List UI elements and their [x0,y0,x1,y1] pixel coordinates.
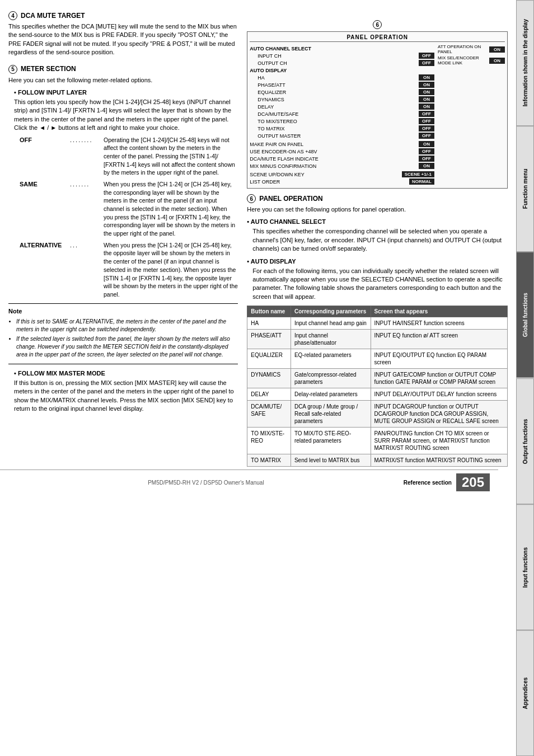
panel-dca-mute-flash-row: DCA/MUTE FLASH INDICATE OFF [250,156,434,162]
cell-screen-appears: INPUT GATE/COMP function or OUTPUT COMP … [371,369,507,388]
two-col-layout: 4 DCA MUTE TARGET This specifies whether… [8,11,508,475]
sidebar-tab-info-display[interactable]: Information shown in the display [516,0,534,126]
panel-att-operation-val[interactable]: ON [489,46,505,53]
table-row: EQUALIZER EQ-related parameters INPUT EQ… [247,349,508,369]
panel-phase-att-val[interactable]: ON [419,82,434,88]
panel-output-ch-row: OUTPUT CH OFF [257,60,434,66]
panel-diagram: PANEL OPERATION AUTO CHANNEL SELECT INPU… [247,31,508,189]
panel-output-ch-label: OUTPUT CH [257,60,419,66]
panel-dynamics-val[interactable]: ON [419,96,434,102]
table-row: DELAY Delay-related parameters INPUT DEL… [247,388,508,401]
def-alternative: ALTERNATIVE ... When you press the [CH 1… [20,241,238,299]
section4-title: DCA MUTE TARGET [21,12,85,20]
diagram-wrapper: 6 PANEL OPERATION AUTO CHANNEL SELECT IN… [247,20,508,189]
table-row: TO MATRIX Send level to MATRIX bus MATRI… [247,454,508,467]
panel-scene-updown-label: SCENE UP/DOWN KEY [250,172,401,177]
panel-list-order-val[interactable]: NORMAL [409,179,434,185]
panel-dca-mute-row: DCA/MUTE/SAFE OFF [257,111,434,117]
section5-body: Here you can set the following meter-rel… [8,76,238,414]
follow-input-layer-heading: • FOLLOW INPUT LAYER [14,89,238,96]
section6-body: Here you can set the following options f… [247,205,508,467]
def-same-dots: ....... [70,180,104,238]
section5-num: 5 [8,65,17,74]
auto-display-table: Button name Corresponding parameters Scr… [247,306,508,467]
panel-use-encoder-label: USE ENCODER-ON AS +48V [250,149,419,154]
cell-button-name: PHASE/ATT [247,330,291,349]
panel-delay-val[interactable]: ON [419,104,434,110]
panel-list-order-row: LIST ORDER NORMAL [250,179,434,185]
cell-corresponding-params: Send level to MATRIX bus [291,454,371,467]
panel-to-matrix-label: TO MATRIX [257,126,419,132]
sidebar-tab-global-functions[interactable]: Global functions [516,252,534,378]
panel-delay-label: DELAY [257,104,419,110]
footer-model: PM5D/PM5D-RH V2 / DSP5D Owner's Manual [148,480,264,486]
panel-make-pair-val[interactable]: ON [419,141,434,147]
def-alternative-text: When you press the [CH 1-24] or [CH 25-4… [104,241,238,299]
table-row: PHASE/ATT Input channel phase/attenuator… [247,330,508,349]
panel-input-ch-val[interactable]: OFF [419,53,434,59]
cell-corresponding-params: EQ-related parameters [291,349,371,369]
footer-right-group: Reference section 205 [404,473,490,491]
panel-mix-minus-val[interactable]: ON [419,163,434,169]
section4-heading: 4 DCA MUTE TARGET [8,11,238,20]
panel-equalizer-val[interactable]: ON [419,89,434,95]
def-table: OFF ........ Operating the [CH 1-24]/[CH… [20,136,238,299]
panel-to-mix-stereo-val[interactable]: OFF [419,118,434,124]
panel-scene-updown-val[interactable]: SCENE +1/-1 [402,171,434,177]
panel-mix-minus-label: MIX MINUS CONFIRMATION [250,163,419,169]
page-footer: PM5D/PM5D-RH V2 / DSP5D Owner's Manual R… [0,469,498,491]
follow-input-layer-body: This option lets you specify how the [CH… [14,98,238,299]
panel-output-ch-val[interactable]: OFF [419,60,434,66]
panel-make-pair-label: MAKE PAIR ON PANEL [250,142,419,147]
cell-button-name: DCA/MUTE/ SAFE [247,401,291,428]
table-row: DYNAMICS Gate/compressor-related paramet… [247,369,508,388]
def-off-label: OFF [20,136,70,177]
cell-button-name: HA [247,317,291,330]
section5-title: METER SECTION [21,65,76,73]
col-button-name: Button name [247,306,291,317]
right-column: 6 PANEL OPERATION AUTO CHANNEL SELECT IN… [247,11,508,475]
panel-mix-minus-row: MIX MINUS CONFIRMATION ON [250,163,434,169]
panel-delay-row: DELAY ON [257,104,434,110]
panel-use-encoder-val[interactable]: OFF [419,148,434,154]
panel-output-master-label: OUTPUT MASTER [257,133,419,139]
panel-left-section: AUTO CHANNEL SELECT INPUT CH OFF OUTPUT … [250,44,434,186]
section6-intro: Here you can set the following options f… [247,205,508,214]
right-sidebar: Information shown in the display Functio… [516,0,534,756]
panel-mix-sel-encoder-val[interactable]: ON [489,58,505,64]
sidebar-tab-function-menu[interactable]: Function menu [516,126,534,252]
sidebar-tab-appendices[interactable]: Appendices [516,630,534,756]
def-alternative-dots: ... [70,241,104,299]
panel-output-master-row: OUTPUT MASTER OFF [257,133,434,139]
panel-input-ch-label: INPUT CH [257,53,419,59]
table-row: DCA/MUTE/ SAFE DCA group / Mute group / … [247,401,508,428]
cell-corresponding-params: TO MIX/TO STE-REO-related parameters [291,428,371,454]
left-column: 4 DCA MUTE TARGET This specifies whether… [8,11,238,475]
cell-screen-appears: PAN/ROUTING function CH TO MIX screen or… [371,428,507,454]
note-item-2: If the selected layer is switched from t… [16,335,238,359]
col-corresponding-params: Corresponding parameters [291,306,371,317]
panel-grid: AUTO CHANNEL SELECT INPUT CH OFF OUTPUT … [250,44,505,186]
note-box: Note If this is set to SAME or ALTERNATI… [8,303,238,364]
panel-ha-val[interactable]: ON [419,74,434,81]
cell-corresponding-params: Input channel phase/attenuator [291,330,371,349]
follow-input-layer-intro: This option lets you specify how the [CH… [14,98,238,133]
panel-right-section: ATT OPERATION ON PANEL ON MIX SEL/ENCODE… [438,44,505,186]
panel-dca-mute-flash-val[interactable]: OFF [419,156,434,162]
section5-heading: 5 METER SECTION [8,65,238,74]
section6-diagram-num: 6 [373,20,382,29]
cell-screen-appears: MATRIX/ST function MATRIX/ST ROUTING scr… [371,454,507,467]
panel-output-master-val[interactable]: OFF [419,133,434,139]
sidebar-tab-output-functions[interactable]: Output functions [516,378,534,504]
section4-num: 4 [8,11,17,20]
auto-channel-select-heading: • AUTO CHANNEL SELECT [247,218,508,225]
section4-text: This specifies whether the DCA [MUTE] ke… [8,22,238,57]
panel-dca-mute-val[interactable]: OFF [419,111,434,117]
page-number: 205 [456,473,490,491]
panel-to-matrix-val[interactable]: OFF [419,125,434,132]
col-screen-appears: Screen that appears [371,306,507,317]
note-label: Note [8,307,238,316]
sidebar-tab-input-functions[interactable]: Input functions [516,504,534,630]
cell-corresponding-params: Gate/compressor-related parameters [291,369,371,388]
panel-att-operation-label: ATT OPERATION ON PANEL [438,44,489,54]
